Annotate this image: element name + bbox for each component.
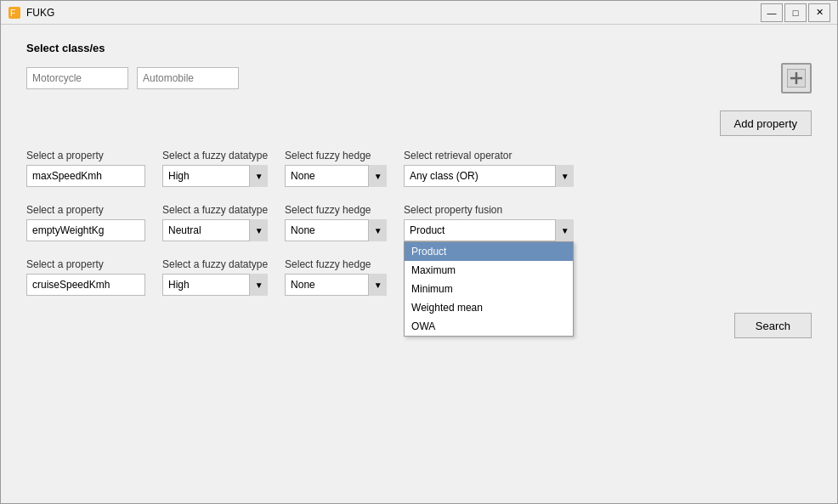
property-field-2: Select a property (26, 204, 145, 241)
add-property-button[interactable]: Add property (720, 110, 812, 136)
property-row-2: Select a property Select a fuzzy datatyp… (26, 204, 812, 241)
hedge-label-3: Select fuzzy hedge (285, 258, 387, 270)
add-class-button[interactable] (781, 63, 812, 93)
fuzzy-label-2: Select a fuzzy datatype (162, 204, 268, 216)
fusion-select-wrapper-2: Product ▼ (404, 219, 574, 241)
main-window: F FUKG — □ ✕ Select class/es (0, 0, 838, 504)
fuzzy-label-1: Select a fuzzy datatype (162, 150, 268, 161)
fuzzy-select-3[interactable]: High (162, 274, 264, 296)
hedge-label-2: Select fuzzy hedge (285, 204, 387, 216)
fusion-label-2: Select property fusion (404, 204, 574, 216)
property-label-1: Select a property (26, 150, 145, 161)
retrieval-select-1[interactable]: Any class (OR) (404, 165, 574, 187)
property-label-3: Select a property (26, 258, 145, 270)
dropdown-item-owa[interactable]: OWA (405, 317, 573, 336)
fuzzy-field-1: Select a fuzzy datatype High ▼ (162, 150, 268, 187)
title-bar-left: F FUKG (8, 6, 54, 20)
app-icon: F (8, 6, 21, 20)
title-bar: F FUKG — □ ✕ (1, 1, 837, 25)
dropdown-item-weighted-mean[interactable]: Weighted mean (405, 298, 573, 317)
class-input-motorcycle[interactable] (26, 67, 128, 89)
hedge-select-2[interactable]: None (285, 219, 387, 241)
fuzzy-select-wrapper-3: High ▼ (162, 274, 268, 296)
hedge-field-1: Select fuzzy hedge None ▼ (285, 150, 387, 187)
property-field-3: Select a property (26, 258, 145, 296)
fuzzy-select-wrapper-2: Neutral ▼ (162, 219, 268, 241)
close-button[interactable]: ✕ (808, 3, 830, 22)
property-field-1: Select a property (26, 150, 145, 187)
retrieval-select-wrapper-1: Any class (OR) ▼ (404, 165, 574, 187)
retrieval-field-1: Select retrieval operator Any class (OR)… (404, 150, 574, 187)
property-label-2: Select a property (26, 204, 145, 216)
fusion-dropdown: Product Maximum Minimum Weighted mean OW… (404, 241, 574, 337)
fuzzy-select-wrapper-1: High ▼ (162, 165, 268, 187)
retrieval-label-1: Select retrieval operator (404, 150, 574, 161)
fuzzy-field-2: Select a fuzzy datatype Neutral ▼ (162, 204, 268, 241)
dropdown-item-maximum[interactable]: Maximum (405, 261, 573, 280)
fusion-select-2[interactable]: Product (404, 219, 574, 241)
maximize-button[interactable]: □ (784, 3, 807, 22)
search-button[interactable]: Search (734, 313, 812, 338)
hedge-select-wrapper-1: None ▼ (285, 165, 387, 187)
hedge-select-3[interactable]: None (285, 274, 387, 296)
fuzzy-label-3: Select a fuzzy datatype (162, 258, 268, 270)
fuzzy-field-3: Select a fuzzy datatype High ▼ (162, 258, 268, 296)
dropdown-item-product[interactable]: Product (405, 242, 573, 261)
property-input-1[interactable] (26, 165, 145, 187)
property-row-1: Select a property Select a fuzzy datatyp… (26, 150, 812, 187)
class-input-automobile[interactable] (137, 67, 239, 89)
hedge-select-wrapper-2: None ▼ (285, 219, 387, 241)
content-area: Select class/es Add property Select a pr… (1, 25, 837, 503)
minimize-button[interactable]: — (761, 3, 783, 22)
classes-row (26, 63, 812, 93)
select-classes-label: Select class/es (26, 42, 812, 54)
hedge-field-2: Select fuzzy hedge None ▼ (285, 204, 387, 241)
hedge-select-1[interactable]: None (285, 165, 387, 187)
title-bar-controls: — □ ✕ (761, 3, 830, 22)
fuzzy-select-2[interactable]: Neutral (162, 219, 264, 241)
property-input-3[interactable] (26, 274, 145, 296)
hedge-field-3: Select fuzzy hedge None ▼ (285, 258, 387, 296)
fuzzy-select-1[interactable]: High (162, 165, 264, 187)
property-input-2[interactable] (26, 219, 145, 241)
hedge-select-wrapper-3: None ▼ (285, 274, 387, 296)
dropdown-item-minimum[interactable]: Minimum (405, 280, 573, 298)
add-property-row: Add property (26, 110, 812, 136)
window-title: FUKG (26, 7, 54, 19)
fusion-field-2: Select property fusion Product ▼ Product… (404, 204, 574, 241)
svg-text:F: F (10, 8, 15, 18)
hedge-label-1: Select fuzzy hedge (285, 150, 387, 161)
